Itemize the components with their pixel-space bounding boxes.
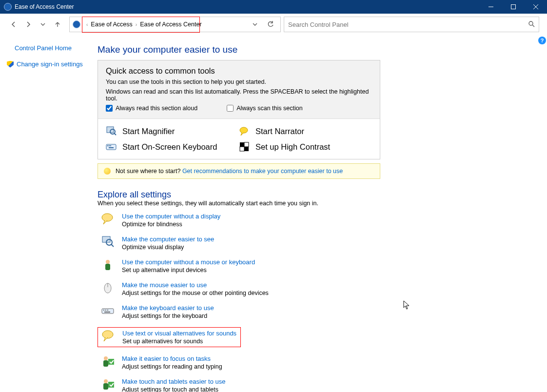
sidebar: Control Panel Home Change sign-in settin…	[0, 36, 98, 392]
recent-dropdown-button[interactable]	[36, 18, 50, 31]
setting-without-mouse-keyboard: Use the computer without a mouse or keyb…	[98, 258, 542, 274]
svg-rect-1	[511, 5, 516, 9]
setting-link[interactable]: Use text or visual alternatives for soun…	[122, 330, 236, 337]
lightbulb-icon	[104, 168, 111, 175]
narrator-icon	[239, 126, 250, 137]
hint-link[interactable]: Get recommendations to make your compute…	[182, 168, 343, 175]
close-button[interactable]	[525, 0, 547, 14]
minimize-button[interactable]	[480, 0, 502, 14]
setting-link[interactable]: Make the computer easier to see	[122, 235, 214, 243]
person-icon	[100, 258, 115, 271]
setting-link[interactable]: Use the computer without a mouse or keyb…	[122, 258, 255, 266]
person-check-icon	[100, 355, 115, 368]
setting-link[interactable]: Make it easier to focus on tasks	[122, 355, 211, 362]
breadcrumb-root[interactable]: Ease of Access	[91, 21, 132, 28]
speech-bubble-icon	[100, 213, 115, 225]
chevron-right-icon: ›	[136, 22, 137, 27]
svg-point-33	[104, 356, 108, 360]
setting-link[interactable]: Make the mouse easier to use	[122, 281, 207, 289]
breadcrumb-page[interactable]: Ease of Access Center	[140, 21, 201, 28]
toolbar: ‹ Ease of Access › Ease of Access Center	[0, 14, 547, 36]
refresh-button[interactable]	[264, 18, 277, 31]
setting-without-display: Use the computer without a display Optim…	[98, 213, 542, 228]
panel-line2: Windows can read and scan this list auto…	[106, 88, 372, 102]
panel-line1: You can use the tools in this section to…	[106, 78, 372, 85]
check-always-scan-input[interactable]	[227, 105, 234, 112]
setting-desc: Adjust settings for touch and tablets	[122, 386, 225, 392]
setting-sound-alternatives: Use text or visual alternatives for soun…	[98, 327, 241, 347]
tool-narrator[interactable]: Start Narrator	[239, 126, 372, 137]
title-bar: Ease of Access Center	[0, 0, 547, 14]
search-box[interactable]	[284, 17, 539, 32]
svg-point-32	[102, 331, 113, 338]
chevron-right-icon: ‹	[86, 22, 88, 27]
hint-question: Not sure where to start?	[116, 168, 180, 175]
explore-title: Explore all settings	[98, 190, 542, 200]
svg-rect-27	[102, 309, 114, 314]
window-title: Ease of Access Center	[15, 3, 74, 10]
address-bar[interactable]: ‹ Ease of Access › Ease of Access Center	[69, 17, 281, 32]
contrast-icon	[239, 141, 250, 152]
svg-rect-12	[109, 145, 110, 146]
check-read-aloud-input[interactable]	[106, 105, 113, 112]
setting-desc: Optimize visual display	[122, 244, 214, 251]
svg-line-22	[111, 244, 114, 247]
svg-rect-17	[244, 142, 249, 147]
content: Control Panel Home Change sign-in settin…	[0, 36, 547, 392]
svg-rect-14	[109, 147, 114, 148]
setting-desc: Set up alternative input devices	[122, 267, 255, 274]
page-title: Make your computer easier to use	[98, 44, 542, 55]
address-dropdown-button[interactable]	[248, 18, 262, 31]
app-icon	[4, 3, 12, 11]
magnifier-icon	[106, 126, 117, 137]
check-read-aloud[interactable]: Always read this section aloud	[106, 105, 197, 112]
keyboard-icon	[106, 141, 117, 152]
shield-icon	[7, 61, 14, 68]
svg-rect-29	[105, 310, 106, 311]
speech-bubble-icon	[101, 330, 116, 342]
setting-mouse-easier: Make the mouse easier to use Adjust sett…	[98, 281, 542, 296]
setting-link[interactable]: Make the keyboard easier to use	[122, 304, 214, 312]
quick-access-panel: Quick access to common tools You can use…	[98, 60, 380, 159]
tool-onscreen-keyboard[interactable]: Start On-Screen Keyboard	[106, 141, 239, 152]
svg-point-9	[240, 127, 248, 133]
hint-bar: Not sure where to start? Get recommendat…	[98, 163, 380, 179]
monitor-magnify-icon	[100, 235, 115, 248]
help-icon[interactable]: ?	[538, 37, 546, 44]
mouse-icon	[100, 281, 115, 294]
search-input[interactable]	[288, 21, 528, 28]
tool-magnifier[interactable]: Start Magnifier	[106, 126, 239, 137]
back-button[interactable]	[7, 18, 20, 31]
search-icon[interactable]	[528, 20, 535, 29]
svg-rect-18	[240, 147, 244, 151]
tool-high-contrast[interactable]: Set up High Contrast	[239, 141, 372, 152]
svg-rect-37	[103, 383, 108, 390]
setting-desc: Adjust settings for the mouse or other p…	[122, 290, 269, 296]
maximize-button[interactable]	[502, 0, 525, 14]
main: ? Make your computer easier to use Quick…	[98, 36, 547, 392]
setting-desc: Optimize for blindness	[122, 221, 220, 228]
svg-rect-10	[106, 144, 116, 150]
forward-button[interactable]	[21, 18, 35, 31]
svg-rect-11	[107, 145, 108, 146]
svg-point-23	[106, 260, 110, 264]
breadcrumb-app-icon	[73, 20, 80, 28]
svg-point-4	[529, 21, 533, 25]
svg-rect-13	[110, 145, 111, 146]
setting-focus-tasks: Make it easier to focus on tasks Adjust …	[98, 355, 542, 370]
setting-link[interactable]: Use the computer without a display	[122, 213, 220, 220]
setting-touch-tablets: Make touch and tablets easier to use Adj…	[98, 378, 542, 392]
svg-rect-16	[244, 147, 249, 151]
panel-title: Quick access to common tools	[106, 66, 372, 76]
setting-desc: Adjust settings for reading and typing	[122, 363, 222, 370]
sidebar-change-sign-in-settings[interactable]: Change sign-in settings	[17, 60, 83, 68]
sidebar-control-panel-home[interactable]: Control Panel Home	[15, 44, 93, 52]
svg-point-19	[102, 214, 113, 221]
up-button[interactable]	[51, 18, 64, 31]
check-always-scan[interactable]: Always scan this section	[227, 105, 302, 112]
svg-rect-24	[105, 264, 110, 270]
svg-line-8	[114, 133, 116, 135]
setting-desc: Set up alternatives for sounds	[122, 338, 236, 345]
svg-point-36	[104, 379, 108, 383]
setting-link[interactable]: Make touch and tablets easier to use	[122, 378, 225, 385]
